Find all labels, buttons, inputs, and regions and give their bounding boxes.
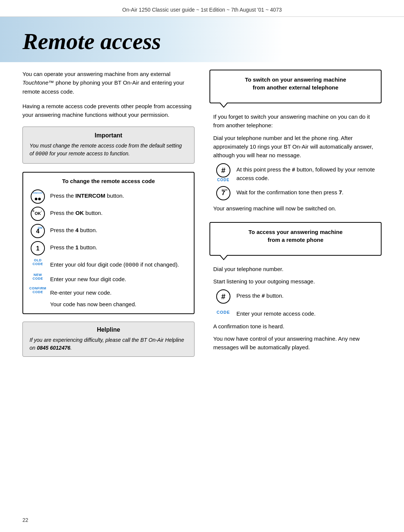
remote-hash-text: Press the # button. [236, 289, 382, 300]
helpline-box: Helpline If you are experiencing difficu… [22, 322, 195, 357]
old-code-label: OLDCODE [33, 259, 43, 266]
switch-on-para2: Dial your telephone number and let the p… [213, 134, 382, 160]
step-intercom: Intercom Press the INTERCOM button. [29, 189, 188, 204]
change-code-section: To change the remote access code Interco… [22, 172, 195, 314]
remote-confirmation-text: A confirmation tone is heard. [213, 322, 382, 331]
important-box: Important You must change the remote acc… [22, 127, 195, 164]
remote-step2: Start listening to your outgoing message… [213, 277, 382, 286]
ok-icon: c ↓ OK [29, 207, 46, 221]
four-button-icon: GN 4 [31, 224, 45, 238]
switch-hash-icon: # CODE [213, 163, 233, 182]
change-code-steps: Intercom Press the INTERCOM button. [29, 189, 188, 297]
important-box-title: Important [30, 132, 187, 139]
remote-control-text: You now have control of your answering m… [213, 334, 382, 352]
remote-hash-icon: # [213, 289, 233, 304]
ok-button-icon: c ↓ OK [31, 207, 45, 221]
confirm-code-icon: CONFIRMCODE [29, 286, 46, 294]
step-ok: c ↓ OK Press the OK button. [29, 207, 188, 221]
helpline-title: Helpline [30, 326, 187, 333]
step-new-code: NEWCODE Enter your new four digit code. [29, 273, 188, 284]
remote-access-content: Dial your telephone number. Start listen… [209, 265, 382, 352]
seven-button-icon: PQR 7 [216, 186, 230, 200]
step-4-text: Press the 4 button. [50, 224, 97, 235]
remote-hash-step: # Press the # button. [213, 289, 382, 304]
page-number: 22 [22, 517, 28, 523]
right-column: To switch on your answering machine from… [209, 62, 382, 357]
remote-hash-button-icon: # [216, 289, 230, 304]
intro-para1: You can operate your answering machine f… [22, 70, 195, 96]
switch-on-para1: If you forget to switch your answering m… [213, 112, 382, 130]
page-header: On-Air 1250 Classic user guide ~ 1st Edi… [0, 0, 404, 17]
step-intercom-text: Press the INTERCOM button. [50, 189, 124, 200]
default-code: 0000 [36, 151, 48, 157]
confirm-code-label: CONFIRMCODE [29, 287, 46, 294]
switch-7-step: PQR 7 Wait for the confirmation tone the… [213, 186, 382, 200]
old-code-icon: OLDCODE [29, 258, 46, 266]
hash-button-icon: # [216, 163, 230, 177]
intercom-icon: Intercom [29, 189, 46, 204]
helpline-text: If you are experiencing difficulty, plea… [30, 336, 187, 352]
step-confirm-code: CONFIRMCODE Re-enter your new code. [29, 286, 188, 297]
remote-code-step: CODE Enter your remote access code. [213, 307, 382, 318]
page-title: Remote access [0, 17, 404, 62]
step-old-code-text: Enter your old four digit code (0000 if … [50, 258, 179, 270]
one-button-icon: 1 [31, 241, 45, 255]
code-changed-text: Your code has now been changed. [29, 301, 188, 307]
remote-code-icon: CODE [213, 307, 233, 314]
new-code-label: NEWCODE [33, 273, 43, 281]
page-body: You can operate your answering machine f… [0, 62, 404, 357]
step-old-code: OLDCODE Enter your old four digit code (… [29, 258, 188, 270]
remote-step1: Dial your telephone number. [213, 265, 382, 273]
step-1-text: Press the 1 button. [50, 241, 97, 252]
step-new-code-text: Enter your new four digit code. [50, 273, 126, 284]
left-column: You can operate your answering machine f… [22, 62, 195, 357]
new-code-icon: NEWCODE [29, 273, 46, 281]
four-icon: GN 4 [29, 224, 46, 238]
remote-code-text: Enter your remote access code. [236, 307, 382, 318]
switch-7-icon: PQR 7 [213, 186, 233, 200]
change-code-heading: To change the remote access code [29, 178, 188, 184]
remote-code-label: CODE [217, 308, 230, 314]
one-icon: 1 [29, 241, 46, 255]
switch-on-section: To switch on your answering machine from… [209, 70, 382, 103]
step-1: 1 Press the 1 button. [29, 241, 188, 255]
step-confirm-code-text: Re-enter your new code. [50, 286, 111, 297]
switch-code-label: CODE [217, 178, 230, 182]
switch-hash-step: # CODE At this point press the # button,… [213, 163, 382, 182]
remote-access-heading: To access your answering machine from a … [216, 228, 375, 244]
switch-on-content: If you forget to switch your answering m… [209, 112, 382, 213]
remote-access-section: To access your answering machine from a … [209, 222, 382, 256]
switch-on-heading: To switch on your answering machine from… [216, 76, 375, 91]
intro-para2: Having a remote access code prevents oth… [22, 102, 195, 119]
intercom-button-icon: Intercom [31, 189, 45, 204]
switch-on-final-text: Your answering machine will now be switc… [213, 204, 382, 213]
important-box-text: You must change the remote access code f… [30, 142, 187, 158]
switch-hash-text: At this point press the # button, follow… [236, 163, 382, 182]
step-4: GN 4 Press the 4 button. [29, 224, 188, 238]
switch-7-text: Wait for the confirmation tone then pres… [236, 186, 382, 197]
header-title: On-Air 1250 Classic user guide ~ 1st Edi… [122, 7, 282, 13]
step-ok-text: Press the OK button. [50, 207, 102, 218]
